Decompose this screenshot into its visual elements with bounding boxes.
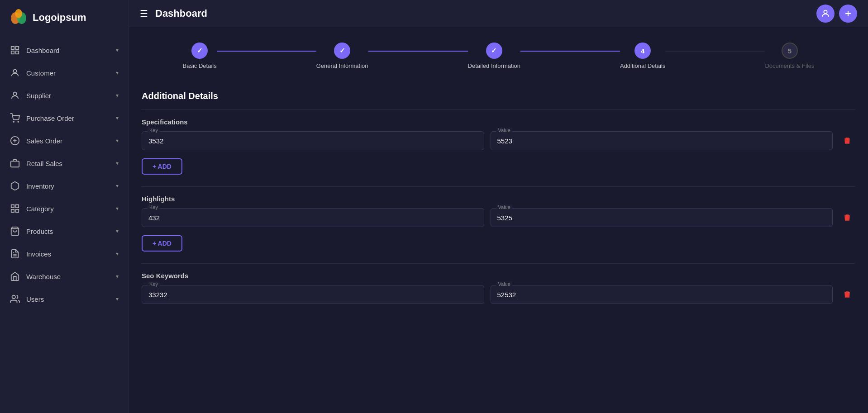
step-circle-5: 5: [782, 43, 798, 59]
chevron-down-icon: ▾: [116, 138, 119, 144]
highlight-key-input-1[interactable]: [148, 212, 477, 222]
stepper: ✓ Basic Details ✓ General Information ✓ …: [142, 38, 855, 78]
actions-button[interactable]: [839, 5, 857, 23]
svg-rect-14: [11, 161, 19, 167]
sidebar-label-purchase-order: Purchase Order: [26, 114, 110, 122]
chevron-down-icon: ▾: [116, 273, 119, 280]
sidebar-item-sales-order[interactable]: Sales Order ▾: [0, 129, 129, 152]
highlight-value-input-1[interactable]: [497, 212, 826, 222]
logo[interactable]: Logoipsum: [0, 0, 129, 35]
step-connector-3: [520, 51, 620, 52]
spec-value-label-1: Value: [496, 128, 512, 133]
users-icon: [10, 294, 20, 304]
highlight-key-label-1: Key: [148, 204, 160, 210]
spec-value-field-1: Value: [491, 131, 833, 150]
step-circle-4: 4: [634, 43, 651, 59]
sidebar-item-supplier[interactable]: Supplier ▾: [0, 84, 129, 107]
supplier-icon: [10, 90, 20, 100]
sidebar-label-supplier: Supplier: [26, 92, 110, 100]
spec-add-button[interactable]: + ADD: [142, 158, 182, 175]
logo-text: Logoipsum: [33, 12, 86, 24]
step-basic-details[interactable]: ✓ Basic Details: [183, 43, 217, 69]
step-general-information[interactable]: ✓ General Information: [316, 43, 368, 69]
spec-delete-button-1[interactable]: [839, 134, 855, 147]
sidebar-label-users: Users: [26, 295, 110, 303]
sidebar-item-users[interactable]: Users ▾: [0, 288, 129, 310]
menu-icon[interactable]: ☰: [140, 8, 148, 19]
highlight-value-field-1: Value: [491, 208, 833, 227]
highlights-row-1: Key Value: [142, 208, 855, 227]
sidebar-label-invoices: Invoices: [26, 250, 110, 258]
step-connector-4: [665, 51, 765, 52]
spec-key-field-1: Key: [142, 131, 484, 150]
sidebar-label-dashboard: Dashboard: [26, 47, 110, 54]
chevron-down-icon: ▾: [116, 47, 119, 53]
sidebar-label-products: Products: [26, 228, 110, 235]
warehouse-icon: [10, 271, 20, 281]
chevron-down-icon: ▾: [116, 205, 119, 212]
chevron-down-icon: ▾: [116, 160, 119, 166]
sidebar-item-products[interactable]: Products ▾: [0, 220, 129, 242]
sidebar-label-customer: Customer: [26, 69, 110, 77]
sidebar-item-inventory[interactable]: Inventory ▾: [0, 175, 129, 197]
svg-rect-6: [16, 51, 19, 54]
svg-point-18: [12, 295, 15, 299]
sidebar-item-warehouse[interactable]: Warehouse ▾: [0, 265, 129, 288]
step-circle-2: ✓: [334, 43, 350, 59]
specifications-row-1: Key Value: [142, 131, 855, 150]
sidebar-item-purchase-order[interactable]: Purchase Order ▾: [0, 107, 129, 129]
step-label-3: Detailed Information: [468, 62, 520, 69]
seo-value-input-1[interactable]: [497, 289, 826, 299]
seo-key-label-1: Key: [148, 281, 160, 287]
step-label-4: Additional Details: [620, 62, 665, 69]
highlights-subtitle: Highlights: [142, 195, 855, 203]
invoices-icon: [10, 249, 20, 259]
svg-point-2: [15, 9, 22, 18]
sidebar-item-dashboard[interactable]: Dashboard ▾: [0, 39, 129, 62]
seo-value-label-1: Value: [496, 281, 512, 287]
chevron-down-icon: ▾: [116, 70, 119, 76]
highlight-delete-button-1[interactable]: [839, 211, 855, 224]
specifications-subtitle: Specifications: [142, 118, 855, 126]
step-connector-1: [217, 51, 316, 52]
divider-1: [142, 109, 855, 110]
sidebar-item-retail-sales[interactable]: Retail Sales ▾: [0, 152, 129, 175]
sidebar-label-inventory: Inventory: [26, 182, 110, 190]
step-label-1: Basic Details: [183, 62, 217, 69]
seo-key-field-1: Key: [142, 285, 484, 304]
step-additional-details[interactable]: 4 Additional Details: [620, 43, 665, 69]
sidebar-label-sales-order: Sales Order: [26, 137, 110, 145]
sidebar-item-invoices[interactable]: Invoices ▾: [0, 242, 129, 265]
user-avatar[interactable]: [816, 5, 835, 23]
step-label-2: General Information: [316, 62, 368, 69]
seo-delete-button-1[interactable]: [839, 288, 855, 301]
form-title: Additional Details: [142, 91, 855, 101]
chevron-down-icon: ▾: [116, 183, 119, 189]
sidebar-item-customer[interactable]: Customer ▾: [0, 62, 129, 84]
divider-3: [142, 263, 855, 264]
svg-point-7: [13, 70, 16, 73]
svg-point-8: [13, 92, 16, 95]
dashboard-icon: [10, 45, 20, 55]
sidebar-item-category[interactable]: Category ▾: [0, 197, 129, 220]
highlights-add-button[interactable]: + ADD: [142, 235, 182, 252]
spec-key-input-1[interactable]: [148, 135, 477, 145]
highlight-value-label-1: Value: [496, 204, 512, 210]
chevron-down-icon: ▾: [116, 251, 119, 257]
step-documents-files[interactable]: 5 Documents & Files: [765, 43, 814, 69]
sidebar-label-retail-sales: Retail Sales: [26, 160, 110, 167]
seo-row-1: Key Value: [142, 285, 855, 304]
spec-value-input-1[interactable]: [497, 135, 826, 145]
step-circle-1: ✓: [191, 43, 208, 59]
sales-order-icon: [10, 136, 20, 146]
svg-point-10: [18, 121, 19, 122]
step-circle-3: ✓: [486, 43, 502, 59]
seo-key-input-1[interactable]: [148, 289, 477, 299]
products-icon: [10, 226, 20, 236]
step-detailed-information[interactable]: ✓ Detailed Information: [468, 43, 520, 69]
divider-2: [142, 186, 855, 187]
chevron-down-icon: ▾: [116, 92, 119, 99]
seo-keywords-subtitle: Seo Keywords: [142, 272, 855, 280]
chevron-down-icon: ▾: [116, 115, 119, 121]
svg-point-19: [824, 10, 827, 13]
